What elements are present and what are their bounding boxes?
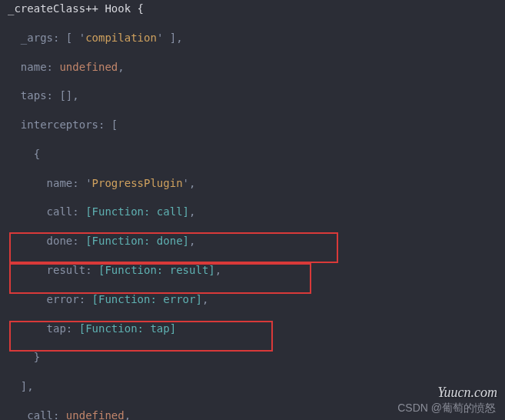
t: interceptors: [ xyxy=(8,118,118,131)
t: tap: xyxy=(8,322,79,335)
t: undefined xyxy=(66,409,125,420)
t: [Function: done] xyxy=(85,235,189,247)
t: [Function: call] xyxy=(85,205,189,218)
t: , xyxy=(215,264,221,276)
t: [Function: error] xyxy=(92,293,202,305)
t: _args: [ ' xyxy=(8,32,85,44)
t: call: xyxy=(8,205,85,218)
code-line: taps: [], xyxy=(8,88,505,103)
t: ], xyxy=(8,380,34,392)
t: [Function: tap] xyxy=(79,322,176,335)
t: name: xyxy=(8,61,59,73)
t: , xyxy=(189,235,195,247)
code-line: } xyxy=(8,350,505,365)
t: done: xyxy=(8,235,85,247)
code-line: error: [Function: error], xyxy=(8,292,505,307)
code-line: result: [Function: result], xyxy=(8,263,505,278)
code-line: done: [Function: done], xyxy=(8,234,505,248)
t: undefined xyxy=(59,61,118,73)
code-line: ], xyxy=(8,379,505,394)
code-line: name: undefined, xyxy=(8,60,505,75)
t: { xyxy=(8,148,40,160)
code-line: _args: [ 'compilation' ], xyxy=(8,31,505,45)
t: [Function: result] xyxy=(98,264,215,276)
code-line: _createClass++ Hook { xyxy=(8,2,505,16)
t: } xyxy=(8,351,40,363)
t: ' ], xyxy=(157,32,183,44)
t: error: xyxy=(8,293,92,305)
t: taps: [], xyxy=(8,89,79,102)
code-line: interceptors: [ xyxy=(8,118,505,132)
t: , xyxy=(202,293,208,305)
t: compilation xyxy=(85,32,157,44)
t: , xyxy=(125,409,131,420)
code-line: { xyxy=(8,147,505,162)
t: _call: xyxy=(8,409,66,420)
t: ', xyxy=(183,177,196,189)
code-line: tap: [Function: tap] xyxy=(8,322,505,336)
watermark-csdn: CSDN @葡萄的愤怒 xyxy=(397,401,496,415)
code-line: call: [Function: call], xyxy=(8,205,505,219)
t: , xyxy=(189,205,195,218)
t: ProgressPlugin xyxy=(92,177,183,189)
t: _createClass++ Hook { xyxy=(8,2,144,15)
t: result: xyxy=(8,264,98,276)
t: name: ' xyxy=(8,177,92,189)
watermark-yuucn: Yuucn.com xyxy=(437,383,497,402)
code-line: name: 'ProgressPlugin', xyxy=(8,176,505,191)
t: , xyxy=(118,61,124,73)
code-block: _createClass++ Hook { _args: [ 'compilat… xyxy=(0,0,505,420)
